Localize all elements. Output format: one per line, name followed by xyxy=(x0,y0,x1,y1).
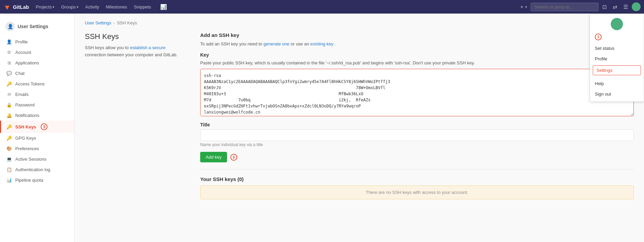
user-avatar[interactable] xyxy=(632,2,641,11)
gitlab-logo-text: GitLab xyxy=(13,4,29,10)
dropdown-avatar-row xyxy=(590,16,644,32)
breadcrumb-separator: › xyxy=(113,20,115,25)
sidebar-label-password: Password xyxy=(15,102,35,107)
dropdown-avatar xyxy=(611,18,623,30)
gpg-keys-icon: 🔑 xyxy=(6,136,12,141)
sidebar-item-account[interactable]: ⚙ Account xyxy=(0,47,74,58)
ssh-keys-icon: 🔑 xyxy=(6,124,12,129)
sidebar-item-preferences[interactable]: 🎨 Preferences xyxy=(0,143,74,154)
ssh-key-input[interactable]: ssh-rsa AAAAB3NzaC1yc2EAAAADAQABAAABAQCl… xyxy=(200,69,634,116)
key-label: Key xyxy=(200,52,634,58)
sidebar-header: 👤 User Settings xyxy=(0,19,74,37)
applications-icon: ⊞ xyxy=(6,60,12,65)
sidebar-label-emails: Emails xyxy=(15,92,29,97)
password-icon: 🔒 xyxy=(6,102,12,107)
sidebar-label-notifications: Notifications xyxy=(15,113,39,118)
breadcrumb-current: SSH Keys xyxy=(117,20,137,25)
ssh-keys-badge: 3 xyxy=(41,123,48,130)
sidebar: 👤 User Settings 👤 Profile ⚙ Account ⊞ Ap… xyxy=(0,14,75,242)
sidebar-item-applications[interactable]: ⊞ Applications xyxy=(0,58,74,68)
sidebar-title: User Settings xyxy=(18,24,48,29)
nav-snippets[interactable]: Snippets xyxy=(131,3,154,11)
dropdown-set-status[interactable]: Set status xyxy=(590,43,644,54)
sidebar-label-access-tokens: Access Tokens xyxy=(15,81,44,86)
title-hint: Name your individual key via a title xyxy=(200,142,634,147)
main-content: User Settings › SSH Keys SSH Keys SSH ke… xyxy=(75,14,644,242)
add-key-button[interactable]: Add key xyxy=(200,152,227,162)
add-key-row: Add key 5 xyxy=(200,152,634,162)
title-label: Title xyxy=(200,122,634,127)
sidebar-label-applications: Applications xyxy=(15,60,39,65)
account-icon: ⚙ xyxy=(6,50,12,55)
sidebar-label-ssh-keys: SSH Keys xyxy=(15,124,36,129)
your-ssh-keys-title: Your SSH keys (0) xyxy=(200,176,634,182)
issues-icon: ⊡ xyxy=(602,4,607,10)
sidebar-label-preferences: Preferences xyxy=(15,146,39,151)
dropdown-help[interactable]: Help xyxy=(590,78,644,89)
access-tokens-icon: 🔑 xyxy=(6,81,12,86)
gitlab-logo[interactable]: GitLab xyxy=(3,3,29,11)
todos-icon-btn[interactable]: ☰ xyxy=(621,2,630,12)
ssh-key-title-input[interactable] xyxy=(200,129,634,141)
sidebar-item-access-tokens[interactable]: 🔑 Access Tokens xyxy=(0,79,74,89)
chevron-down-icon: ▾ xyxy=(77,5,78,9)
issues-icon-btn[interactable]: ⊡ xyxy=(600,2,609,12)
add-ssh-section: Add an SSH key To add an SSH key you nee… xyxy=(200,32,634,162)
sidebar-item-pipeline-quota[interactable]: 📊 Pipeline quota xyxy=(0,175,74,185)
establish-link[interactable]: establish a secure xyxy=(130,45,166,50)
chat-icon: 💬 xyxy=(6,71,12,76)
notifications-icon: 🔔 xyxy=(6,113,12,118)
pipeline-quota-icon: 📊 xyxy=(6,178,12,183)
existing-key-link[interactable]: existing key xyxy=(310,41,334,46)
nav-milestones[interactable]: Milestones xyxy=(103,3,130,11)
nav-groups[interactable]: Groups ▾ xyxy=(58,3,81,11)
sidebar-item-gpg-keys[interactable]: 🔑 GPG Keys xyxy=(0,133,74,143)
generate-one-link[interactable]: generate one xyxy=(263,41,289,46)
sidebar-item-emails[interactable]: ✉ Emails xyxy=(0,89,74,100)
sidebar-item-ssh-keys[interactable]: 🔑 SSH Keys 3 xyxy=(0,121,74,133)
sidebar-item-chat[interactable]: 💬 Chat xyxy=(0,68,74,79)
add-key-badge-5: 5 xyxy=(230,154,237,161)
nav-projects[interactable]: Projects ▾ xyxy=(33,3,57,11)
user-dropdown: 1 Set status Profile Settings Help Sign … xyxy=(590,14,644,102)
profile-icon: 👤 xyxy=(6,39,12,44)
breadcrumb-parent[interactable]: User Settings xyxy=(85,20,111,25)
chart-icon: 📊 xyxy=(160,4,167,10)
dropdown-divider xyxy=(590,77,644,77)
nav-activity[interactable]: Activity xyxy=(82,3,102,11)
no-keys-message: There are no SSH keys with access to you… xyxy=(200,185,634,199)
search-input[interactable] xyxy=(531,3,599,11)
sidebar-item-active-sessions[interactable]: 💻 Active Sessions xyxy=(0,154,74,164)
merge-requests-icon-btn[interactable]: ⇄ xyxy=(610,2,620,12)
sidebar-label-account: Account xyxy=(15,50,31,55)
page-title: SSH Keys xyxy=(85,32,187,41)
sidebar-item-notifications[interactable]: 🔔 Notifications xyxy=(0,110,74,121)
breadcrumb: User Settings › SSH Keys xyxy=(85,20,634,25)
add-ssh-title: Add an SSH key xyxy=(200,32,634,38)
dropdown-settings[interactable]: Settings xyxy=(593,65,641,75)
dropdown-profile[interactable]: Profile xyxy=(590,54,644,64)
badge-1: 1 xyxy=(595,34,602,40)
section-divider xyxy=(200,169,634,169)
sidebar-label-pipeline-quota: Pipeline quota xyxy=(15,178,43,183)
left-column: SSH Keys SSH keys allow you to establish… xyxy=(85,32,187,199)
sidebar-item-auth-log[interactable]: 📋 Authentication log xyxy=(0,164,74,175)
sidebar-label-auth-log: Authentication log xyxy=(15,167,50,172)
two-column-layout: SSH Keys SSH keys allow you to establish… xyxy=(85,32,634,199)
sidebar-item-profile[interactable]: 👤 Profile xyxy=(0,37,74,47)
add-ssh-intro: To add an SSH key you need to generate o… xyxy=(200,41,634,47)
new-item-button[interactable]: ＋ ▾ xyxy=(517,2,529,12)
sidebar-label-gpg-keys: GPG Keys xyxy=(15,136,36,141)
user-settings-icon: 👤 xyxy=(5,22,15,31)
sidebar-label-chat: Chat xyxy=(15,71,24,76)
chart-icon-btn[interactable]: 📊 xyxy=(158,2,169,12)
chevron-down-icon: ▾ xyxy=(525,5,527,9)
auth-log-icon: 📋 xyxy=(6,167,12,172)
key-description: Paste your public SSH key, which is usua… xyxy=(200,60,634,66)
preferences-icon: 🎨 xyxy=(6,146,12,151)
plus-icon: ＋ xyxy=(519,3,525,11)
dropdown-sign-out[interactable]: Sign out xyxy=(590,89,644,99)
chevron-down-icon: ▾ xyxy=(53,5,54,9)
sidebar-item-password[interactable]: 🔒 Password xyxy=(0,100,74,110)
sidebar-label-active-sessions: Active Sessions xyxy=(15,157,46,162)
